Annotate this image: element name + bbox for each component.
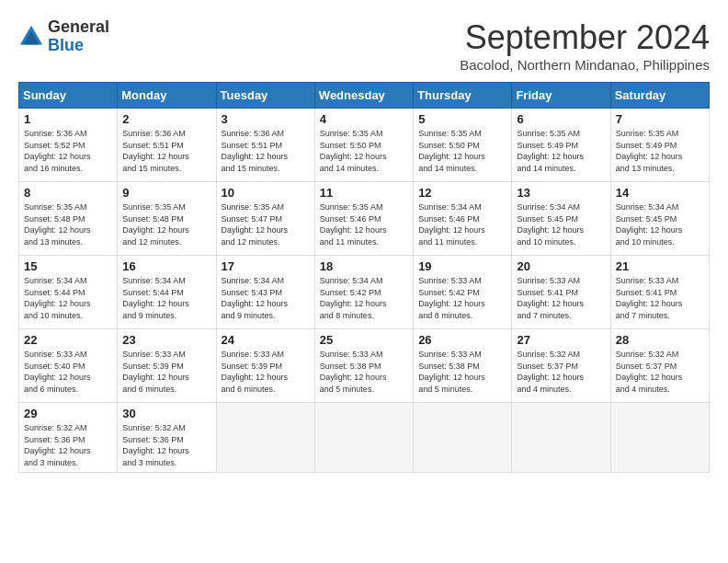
calendar-week-row: 15Sunrise: 5:34 AM Sunset: 5:44 PM Dayli… — [19, 256, 710, 329]
day-number: 5 — [418, 112, 506, 126]
day-number: 13 — [517, 186, 605, 200]
day-number: 12 — [418, 186, 506, 200]
day-number: 19 — [418, 259, 506, 273]
calendar-day-cell: 3Sunrise: 5:36 AM Sunset: 5:51 PM Daylig… — [216, 109, 314, 182]
day-info: Sunrise: 5:33 AM Sunset: 5:41 PM Dayligh… — [517, 275, 605, 321]
day-info: Sunrise: 5:35 AM Sunset: 5:47 PM Dayligh… — [222, 201, 310, 247]
calendar-day-cell: 28Sunrise: 5:32 AM Sunset: 5:37 PM Dayli… — [610, 329, 709, 403]
day-info: Sunrise: 5:34 AM Sunset: 5:44 PM Dayligh… — [24, 275, 112, 321]
calendar-day-cell: 1Sunrise: 5:36 AM Sunset: 5:52 PM Daylig… — [19, 109, 118, 182]
calendar-day-cell: 18Sunrise: 5:34 AM Sunset: 5:42 PM Dayli… — [314, 256, 413, 329]
weekday-header: Sunday — [19, 83, 118, 109]
day-info: Sunrise: 5:34 AM Sunset: 5:45 PM Dayligh… — [517, 201, 605, 247]
day-number: 9 — [122, 186, 210, 200]
day-info: Sunrise: 5:34 AM Sunset: 5:43 PM Dayligh… — [222, 275, 310, 321]
day-number: 17 — [222, 259, 310, 273]
day-info: Sunrise: 5:35 AM Sunset: 5:49 PM Dayligh… — [616, 128, 704, 174]
day-number: 6 — [517, 112, 605, 126]
logo: General Blue — [18, 18, 109, 55]
calendar-day-cell — [216, 403, 314, 473]
calendar-day-cell: 6Sunrise: 5:35 AM Sunset: 5:49 PM Daylig… — [512, 109, 610, 182]
calendar-day-cell: 10Sunrise: 5:35 AM Sunset: 5:47 PM Dayli… — [216, 182, 314, 256]
calendar-day-cell: 21Sunrise: 5:33 AM Sunset: 5:41 PM Dayli… — [610, 256, 709, 329]
logo-line2: Blue — [48, 37, 109, 55]
day-info: Sunrise: 5:34 AM Sunset: 5:42 PM Dayligh… — [320, 275, 408, 321]
day-number: 18 — [320, 259, 408, 273]
calendar-week-row: 8Sunrise: 5:35 AM Sunset: 5:48 PM Daylig… — [19, 182, 710, 256]
logo-icon — [18, 24, 44, 50]
day-info: Sunrise: 5:33 AM Sunset: 5:41 PM Dayligh… — [616, 275, 704, 321]
day-number: 25 — [320, 333, 408, 347]
calendar-day-cell: 9Sunrise: 5:35 AM Sunset: 5:48 PM Daylig… — [118, 182, 216, 256]
calendar-day-cell: 14Sunrise: 5:34 AM Sunset: 5:45 PM Dayli… — [610, 182, 709, 256]
calendar-day-cell: 30Sunrise: 5:32 AM Sunset: 5:36 PM Dayli… — [118, 403, 216, 473]
page-header: General Blue September 2024 Bacolod, Nor… — [18, 18, 710, 73]
day-number: 20 — [517, 259, 605, 273]
day-info: Sunrise: 5:34 AM Sunset: 5:44 PM Dayligh… — [122, 275, 210, 321]
calendar-day-cell: 12Sunrise: 5:34 AM Sunset: 5:46 PM Dayli… — [414, 182, 512, 256]
day-number: 2 — [122, 112, 210, 126]
day-info: Sunrise: 5:34 AM Sunset: 5:46 PM Dayligh… — [418, 201, 506, 247]
day-number: 16 — [122, 259, 210, 273]
calendar-day-cell: 19Sunrise: 5:33 AM Sunset: 5:42 PM Dayli… — [414, 256, 512, 329]
day-info: Sunrise: 5:33 AM Sunset: 5:40 PM Dayligh… — [24, 349, 112, 395]
calendar-day-cell: 7Sunrise: 5:35 AM Sunset: 5:49 PM Daylig… — [610, 109, 709, 182]
day-info: Sunrise: 5:32 AM Sunset: 5:37 PM Dayligh… — [616, 349, 704, 395]
day-info: Sunrise: 5:36 AM Sunset: 5:51 PM Dayligh… — [222, 128, 310, 174]
day-number: 29 — [24, 407, 112, 420]
day-number: 14 — [616, 186, 704, 200]
day-info: Sunrise: 5:33 AM Sunset: 5:38 PM Dayligh… — [418, 349, 506, 395]
day-info: Sunrise: 5:32 AM Sunset: 5:36 PM Dayligh… — [24, 422, 112, 468]
calendar-day-cell: 2Sunrise: 5:36 AM Sunset: 5:51 PM Daylig… — [118, 109, 216, 182]
day-info: Sunrise: 5:35 AM Sunset: 5:46 PM Dayligh… — [320, 201, 408, 247]
calendar-day-cell: 25Sunrise: 5:33 AM Sunset: 5:38 PM Dayli… — [314, 329, 413, 403]
month-title: September 2024 — [460, 18, 710, 57]
weekday-header: Thursday — [414, 83, 512, 109]
day-info: Sunrise: 5:33 AM Sunset: 5:39 PM Dayligh… — [122, 349, 210, 395]
day-number: 24 — [222, 333, 310, 347]
calendar-day-cell: 29Sunrise: 5:32 AM Sunset: 5:36 PM Dayli… — [19, 403, 118, 473]
day-number: 3 — [222, 112, 310, 126]
day-number: 23 — [122, 333, 210, 347]
calendar-day-cell: 27Sunrise: 5:32 AM Sunset: 5:37 PM Dayli… — [512, 329, 610, 403]
day-info: Sunrise: 5:32 AM Sunset: 5:37 PM Dayligh… — [517, 349, 605, 395]
calendar-day-cell — [314, 403, 413, 473]
day-number: 27 — [517, 333, 605, 347]
day-number: 11 — [320, 186, 408, 200]
weekday-header: Monday — [118, 83, 216, 109]
calendar-day-cell — [512, 403, 610, 473]
calendar-day-cell: 22Sunrise: 5:33 AM Sunset: 5:40 PM Dayli… — [19, 329, 118, 403]
day-info: Sunrise: 5:35 AM Sunset: 5:49 PM Dayligh… — [517, 128, 605, 174]
calendar-week-row: 22Sunrise: 5:33 AM Sunset: 5:40 PM Dayli… — [19, 329, 710, 403]
day-info: Sunrise: 5:33 AM Sunset: 5:39 PM Dayligh… — [222, 349, 310, 395]
weekday-header: Wednesday — [314, 83, 413, 109]
day-number: 1 — [24, 112, 112, 126]
weekday-header: Friday — [512, 83, 610, 109]
day-number: 26 — [418, 333, 506, 347]
day-number: 8 — [24, 186, 112, 200]
day-number: 7 — [616, 112, 704, 126]
title-section: September 2024 Bacolod, Northern Mindana… — [460, 18, 710, 73]
day-number: 15 — [24, 259, 112, 273]
day-info: Sunrise: 5:36 AM Sunset: 5:52 PM Dayligh… — [24, 128, 112, 174]
weekday-header-row: SundayMondayTuesdayWednesdayThursdayFrid… — [19, 83, 710, 109]
day-number: 21 — [616, 259, 704, 273]
location-subtitle: Bacolod, Northern Mindanao, Philippines — [460, 57, 710, 73]
calendar-day-cell: 8Sunrise: 5:35 AM Sunset: 5:48 PM Daylig… — [19, 182, 118, 256]
calendar-week-row: 1Sunrise: 5:36 AM Sunset: 5:52 PM Daylig… — [19, 109, 710, 182]
calendar-day-cell: 13Sunrise: 5:34 AM Sunset: 5:45 PM Dayli… — [512, 182, 610, 256]
day-number: 22 — [24, 333, 112, 347]
day-number: 28 — [616, 333, 704, 347]
calendar-week-row: 29Sunrise: 5:32 AM Sunset: 5:36 PM Dayli… — [19, 403, 710, 473]
calendar-day-cell — [610, 403, 709, 473]
calendar-day-cell: 23Sunrise: 5:33 AM Sunset: 5:39 PM Dayli… — [118, 329, 216, 403]
calendar-day-cell: 17Sunrise: 5:34 AM Sunset: 5:43 PM Dayli… — [216, 256, 314, 329]
day-info: Sunrise: 5:33 AM Sunset: 5:38 PM Dayligh… — [320, 349, 408, 395]
calendar-table: SundayMondayTuesdayWednesdayThursdayFrid… — [18, 82, 710, 473]
weekday-header: Tuesday — [216, 83, 314, 109]
calendar-day-cell: 4Sunrise: 5:35 AM Sunset: 5:50 PM Daylig… — [314, 109, 413, 182]
day-number: 10 — [222, 186, 310, 200]
day-info: Sunrise: 5:32 AM Sunset: 5:36 PM Dayligh… — [122, 422, 210, 468]
day-info: Sunrise: 5:36 AM Sunset: 5:51 PM Dayligh… — [122, 128, 210, 174]
calendar-day-cell: 15Sunrise: 5:34 AM Sunset: 5:44 PM Dayli… — [19, 256, 118, 329]
